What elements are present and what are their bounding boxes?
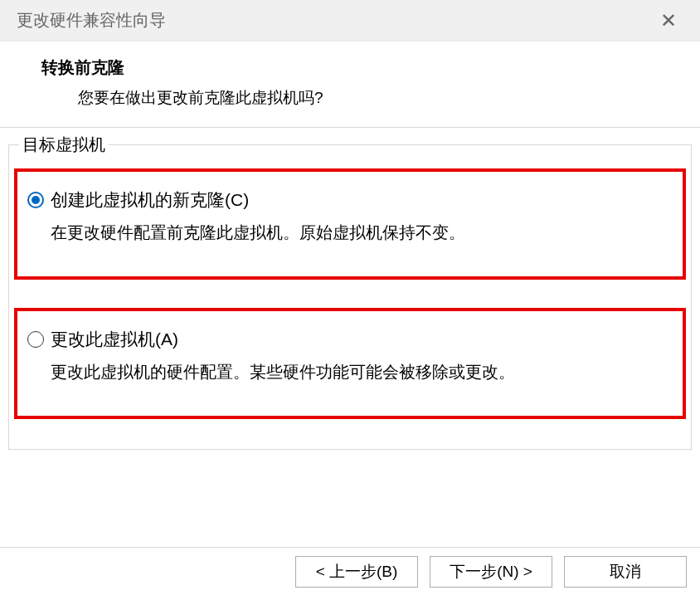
close-icon[interactable]: ✕ [654,7,683,34]
target-vm-fieldset: 目标虚拟机 创建此虚拟机的新克隆(C) 在更改硬件配置前克隆此虚拟机。原始虚拟机… [8,144,692,450]
back-button[interactable]: < 上一步(B) [295,556,418,588]
radio-clone[interactable]: 创建此虚拟机的新克隆(C) [27,188,673,212]
radio-alter-label[interactable]: 更改此虚拟机(A) [51,328,178,351]
radio-clone-desc: 在更改硬件配置前克隆此虚拟机。原始虚拟机保持不变。 [27,220,673,245]
content-area: 目标虚拟机 创建此虚拟机的新克隆(C) 在更改硬件配置前克隆此虚拟机。原始虚拟机… [0,144,700,450]
radio-clone-button[interactable] [27,192,44,208]
radio-clone-label[interactable]: 创建此虚拟机的新克隆(C) [51,188,249,212]
page-title: 转换前克隆 [41,56,700,79]
option-clone-box: 创建此虚拟机的新克隆(C) 在更改硬件配置前克隆此虚拟机。原始虚拟机保持不变。 [14,168,686,280]
titlebar: 更改硬件兼容性向导 ✕ [0,0,700,41]
radio-alter-desc: 更改此虚拟机的硬件配置。某些硬件功能可能会被移除或更改。 [27,359,673,384]
radio-alter[interactable]: 更改此虚拟机(A) [27,328,673,351]
cancel-button[interactable]: 取消 [564,556,687,588]
window-title: 更改硬件兼容性向导 [17,9,166,32]
fieldset-label: 目标虚拟机 [19,134,109,156]
radio-alter-button[interactable] [27,331,44,348]
radio-selected-dot-icon [32,196,40,204]
option-alter-box: 更改此虚拟机(A) 更改此虚拟机的硬件配置。某些硬件功能可能会被移除或更改。 [14,308,686,419]
next-button[interactable]: 下一步(N) > [430,556,552,588]
button-bar: < 上一步(B) 下一步(N) > 取消 [0,547,700,595]
page-subtitle: 您要在做出更改前克隆此虚拟机吗? [41,87,700,109]
wizard-header: 转换前克隆 您要在做出更改前克隆此虚拟机吗? [0,41,700,128]
